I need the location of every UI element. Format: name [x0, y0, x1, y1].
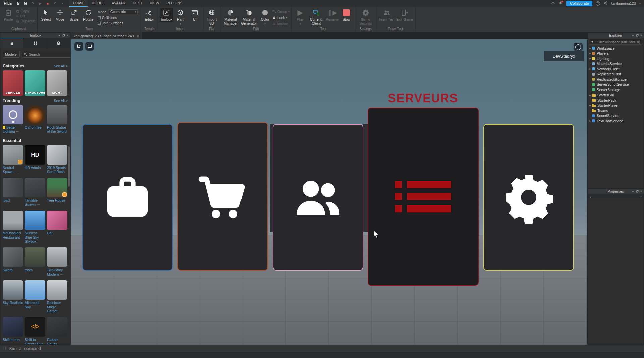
- new-file-icon[interactable]: [16, 1, 20, 6]
- menu-tab-view[interactable]: VIEW: [146, 0, 163, 7]
- lock-button[interactable]: Lock▾: [272, 16, 290, 20]
- explorer-close-icon[interactable]: ×: [640, 34, 642, 37]
- rotate-tool-button[interactable]: Rotate: [82, 8, 95, 22]
- toolbox-collapse-icon[interactable]: [58, 34, 61, 37]
- current-client-button[interactable]: Current: Client: [308, 8, 325, 25]
- toolbox-item[interactable]: </>Shift to Sprint / Run: [25, 317, 45, 344]
- help-icon[interactable]: ?: [596, 1, 600, 6]
- mode-select[interactable]: Geometric▾: [109, 9, 138, 14]
- toolbox-close-icon[interactable]: ×: [67, 34, 68, 37]
- terrain-editor-button[interactable]: Editor: [143, 8, 156, 22]
- expand-arrow-icon[interactable]: ▸: [588, 119, 592, 122]
- explorer-item-starterplayer[interactable]: ▸StarterPlayer: [588, 103, 644, 108]
- chat-toggle-button[interactable]: [85, 42, 94, 51]
- see-all-link[interactable]: See All >: [54, 64, 68, 68]
- toolbox-item[interactable]: 2019 Sports Car // Rosh: [47, 145, 67, 174]
- explorer-item-textchatservice[interactable]: ▸TextChatService: [588, 118, 644, 124]
- properties-float-icon[interactable]: [636, 190, 639, 193]
- quick-access-caret-icon[interactable]: ▾: [60, 1, 64, 6]
- command-bar-handle[interactable]: ⋮⋮: [0, 347, 9, 350]
- collaborate-button[interactable]: Collaborate: [566, 1, 592, 6]
- stop-icon[interactable]: ■: [45, 1, 50, 6]
- explorer-item-lighting[interactable]: ▸Lighting: [588, 56, 644, 61]
- move-tool-button[interactable]: Move: [53, 8, 67, 22]
- card-servers[interactable]: [368, 108, 479, 286]
- explorer-item-serverscriptservice[interactable]: ServerScriptService: [588, 82, 644, 87]
- document-tab[interactable]: karilgaming123's Place Number: 249 ×: [71, 32, 142, 39]
- toolbox-item[interactable]: Minecraft Sky: [25, 280, 45, 313]
- toolbox-tab-inventory[interactable]: [24, 38, 47, 49]
- explorer-item-teams[interactable]: Teams: [588, 108, 644, 113]
- expand-arrow-icon[interactable]: ▸: [588, 47, 592, 50]
- toolbox-item[interactable]: Rock Statue of the Sword: [47, 105, 67, 134]
- ui-button[interactable]: UI: [188, 8, 201, 22]
- toolbox-item[interactable]: Two-Story Modern ···: [47, 247, 67, 276]
- properties-selector[interactable]: v ▾: [588, 194, 644, 199]
- expand-arrow-icon[interactable]: ▸: [588, 52, 592, 55]
- part-button[interactable]: Part ▾: [174, 8, 187, 25]
- explorer-item-players[interactable]: ▸Players: [588, 51, 644, 56]
- category-tile-vehicle[interactable]: VEHICLE: [3, 70, 23, 96]
- select-tool-button[interactable]: Select: [39, 8, 53, 22]
- toolbox-item[interactable]: road: [3, 178, 23, 207]
- username-label[interactable]: karilgaming123: [611, 1, 636, 5]
- toolbox-item[interactable]: Car on fire: [25, 105, 45, 134]
- stop-button[interactable]: Stop: [340, 8, 353, 22]
- command-input[interactable]: [9, 346, 211, 351]
- menu-tab-model[interactable]: MODEL: [88, 0, 108, 7]
- toolbox-item[interactable]: McDonald's Restaurant: [3, 211, 23, 243]
- game-viewport[interactable]: ⋯ DevStadryx SERVEURS: [71, 39, 588, 345]
- toolbox-item[interactable]: Sunless Blue Sky Skybox: [25, 211, 45, 243]
- explorer-item-materialservice[interactable]: MaterialService: [588, 61, 644, 67]
- card-players[interactable]: [273, 124, 363, 271]
- explorer-item-starterpack[interactable]: StarterPack: [588, 98, 644, 103]
- explorer-collapse-icon[interactable]: [632, 34, 634, 37]
- toolbox-item[interactable]: Classic House: [47, 317, 67, 344]
- menu-tab-home[interactable]: HOME: [69, 0, 88, 7]
- toolbox-item[interactable]: trees: [25, 247, 45, 276]
- user-caret-icon[interactable]: ▾: [639, 2, 641, 5]
- expand-arrow-icon[interactable]: ▸: [588, 104, 592, 107]
- toolbox-item[interactable]: Rainbow Magic Carpet: [47, 280, 67, 313]
- roblox-menu-button[interactable]: [74, 42, 83, 51]
- part-caret-icon[interactable]: ▾: [180, 23, 181, 25]
- expand-arrow-icon[interactable]: ▸: [588, 94, 592, 97]
- explorer-item-soundservice[interactable]: SoundService: [588, 113, 644, 119]
- join-surfaces-checkbox[interactable]: Join Surfaces: [98, 21, 138, 25]
- experience-menu-button[interactable]: ⋯: [574, 43, 583, 51]
- properties-close-icon[interactable]: ×: [640, 190, 642, 193]
- explorer-item-networkclient[interactable]: ▸NetworkClient: [588, 66, 644, 72]
- toolbox-item[interactable]: Sword: [3, 247, 23, 276]
- import-3d-button[interactable]: Import 3D: [205, 8, 218, 25]
- color-caret-icon[interactable]: ▾: [264, 23, 266, 25]
- explorer-float-icon[interactable]: [636, 34, 639, 37]
- scale-tool-button[interactable]: Scale: [67, 8, 81, 22]
- notifications-bell-icon[interactable]: [558, 1, 563, 6]
- category-tile-light[interactable]: LIGHT: [47, 70, 67, 96]
- explorer-item-startergui[interactable]: ▸StarterGui: [588, 93, 644, 98]
- expand-arrow-icon[interactable]: ▸: [588, 57, 592, 60]
- toolbox-item[interactable]: Tree House: [47, 178, 67, 207]
- toolbox-item[interactable]: Shift to run: [3, 317, 23, 344]
- see-all-link[interactable]: See All >: [54, 99, 68, 103]
- card-shop[interactable]: [177, 122, 268, 271]
- expand-arrow-icon[interactable]: ▸: [588, 67, 592, 70]
- tab-close-icon[interactable]: ×: [137, 34, 139, 38]
- explorer-item-replicatedfirst[interactable]: ReplicatedFirst: [588, 72, 644, 77]
- toolbox-button[interactable]: Toolbox: [160, 8, 173, 22]
- file-menu[interactable]: FILE: [0, 1, 16, 5]
- card-settings[interactable]: [483, 124, 574, 271]
- toolbox-item[interactable]: HDHD Admin: [25, 145, 45, 174]
- menu-tab-test[interactable]: TEST: [129, 0, 146, 7]
- models-dropdown[interactable]: Models▾: [3, 51, 20, 58]
- save-icon[interactable]: [23, 1, 28, 6]
- card-inventory[interactable]: [82, 124, 173, 271]
- explorer-item-serverstorage[interactable]: ServerStorage: [588, 87, 644, 93]
- explorer-item-replicatedstorage[interactable]: ReplicatedStorage: [588, 77, 644, 82]
- toolbox-float-icon[interactable]: [62, 34, 65, 37]
- material-generator-button[interactable]: Material Generator: [240, 8, 258, 25]
- toolbox-item[interactable]: Sky-Realistic: [3, 280, 23, 313]
- category-tile-structure[interactable]: STRUCTURE: [25, 70, 45, 96]
- share-icon[interactable]: [603, 1, 607, 6]
- material-manager-button[interactable]: Material Manager: [222, 8, 239, 25]
